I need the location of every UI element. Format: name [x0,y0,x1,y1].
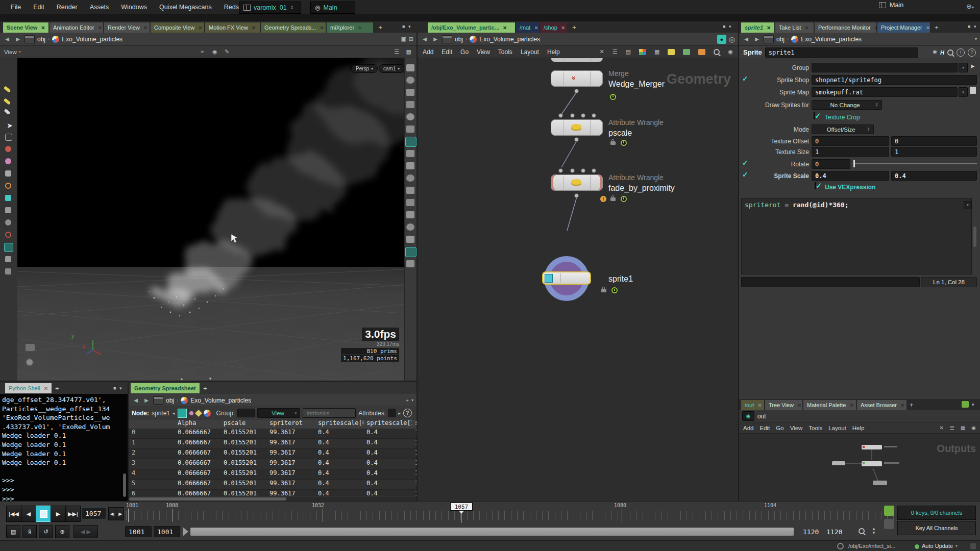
tree-icon[interactable]: ☰ [950,425,954,431]
background-image-icon[interactable] [683,49,690,55]
forward-icon[interactable]: ▶ [142,396,151,405]
draw-sprites-dropdown[interactable]: No Change⇕ [812,100,882,110]
viewport[interactable]: y x Persp▾ cam1▾ 3.0fps 329.17ms 810 pri… [17,58,404,381]
warning-badge-icon[interactable]: ! [600,196,606,202]
node-name-label[interactable]: sprite1 [608,274,633,284]
new-tab-button[interactable]: + [570,22,579,33]
new-tab-button[interactable]: + [55,385,59,392]
display-opt-icon[interactable] [406,113,414,120]
key-all-channels-button[interactable]: Key All Channels [897,521,976,535]
back-icon[interactable]: ◀ [3,35,11,43]
out-node[interactable] [873,481,887,485]
hscrollbar-track[interactable] [129,497,416,501]
lasso-icon[interactable]: ✎ [225,48,229,55]
tab-python-shell[interactable]: Python Shell✕ [5,383,52,393]
vertical-splitter[interactable] [416,33,418,501]
persp-badge[interactable]: Persp▾ [351,64,378,73]
close-icon[interactable]: ✕ [252,25,256,31]
horizontal-splitter[interactable] [0,381,416,382]
sprite-flag-chip[interactable] [545,274,553,283]
table-row[interactable]: 60.06666670.015520199.36170.40.41 [129,490,416,496]
out-menu-layout[interactable]: Layout [828,425,846,431]
wrench-icon[interactable]: ✕ [599,48,604,55]
points-icon[interactable] [189,411,193,415]
update-mode-label[interactable]: Auto Update [922,543,953,549]
input-connector[interactable] [592,113,596,118]
clock-badge-icon[interactable] [621,196,627,202]
out-menu-edit[interactable]: Edit [760,425,770,431]
grid-icon[interactable]: ▦ [654,48,659,55]
display-opt-icon[interactable] [406,199,414,206]
cam-badge[interactable]: cam1▾ [379,64,404,73]
nudge-arrows-icon[interactable]: ▲▼ [872,527,876,535]
detail-icon[interactable] [204,410,211,417]
breadcrumb-root[interactable]: obj [455,36,463,43]
pane-menu-icon[interactable]: ■ ▾ [968,24,977,29]
pane-menu-icon[interactable]: ■ ▾ [113,386,122,391]
col-header[interactable]: s [412,419,416,427]
group-filter-field[interactable] [237,409,255,417]
display-opt-icon[interactable] [406,223,414,231]
table-row[interactable]: 10.06666670.015520199.36170.40.41 [129,439,416,449]
rotate-field[interactable]: 0 [812,159,850,169]
intrinsics-dropdown[interactable]: Intrinsics [303,408,356,418]
close-icon[interactable]: ✕ [849,403,853,408]
keyframe-options-icon[interactable]: ▤ [6,525,20,538]
gear-icon[interactable]: ✱ [933,49,937,56]
menu-render[interactable]: Render [51,0,83,14]
table-row[interactable]: 50.06666670.015520199.36170.40.41 [129,480,416,490]
node-wedge-merger[interactable]: » [551,70,603,87]
close-icon[interactable]: ✕ [797,403,801,408]
tab-performance-monitor[interactable]: Performance Monitor✕ [815,22,877,33]
breadcrumb-root[interactable]: obj [166,397,174,404]
net-menu-add[interactable]: Add [423,48,433,56]
display-opt-icon[interactable] [406,236,414,243]
pin-icon[interactable]: + [406,397,409,404]
menu-edit[interactable]: Edit [28,0,50,14]
close-icon[interactable]: ✕ [320,25,324,31]
menu-file[interactable]: File [5,0,27,14]
node-fade-by-proximity[interactable] [551,174,603,191]
out-menu-help[interactable]: Help [852,425,865,431]
menu-quixel[interactable]: Quixel Megascans [154,0,217,14]
out-menu-go[interactable]: Go [776,425,783,431]
pane-menu-icon[interactable]: ■ ▾ [723,24,732,29]
display-opt-icon[interactable] [406,150,414,157]
input-connector[interactable] [558,113,563,118]
search-icon[interactable] [947,49,953,56]
range-end-field[interactable]: 1120 [823,526,845,537]
tab-out[interactable]: /out✕ [741,400,765,410]
pick-arrow-icon[interactable]: ➤ [970,63,975,70]
add-session-icon[interactable]: ⊕▾ [966,3,974,10]
out-node[interactable] [862,461,882,466]
vertical-splitter[interactable] [738,22,739,501]
col-header[interactable]: spriterot [266,419,315,427]
eye-icon[interactable]: ◉ [971,425,976,431]
code-scrollbar[interactable] [973,227,976,247]
user-icon[interactable]: ● [717,35,726,44]
close-icon[interactable]: ✕ [561,25,565,31]
wrench-icon[interactable]: ✕ [939,425,943,431]
close-icon[interactable]: ✕ [767,25,771,31]
out-node[interactable] [862,445,882,449]
back-icon[interactable]: ◀ [132,396,140,405]
close-icon[interactable]: ✕ [358,25,362,31]
tab-tree-view[interactable]: Tree View✕ [765,400,803,410]
input-connector[interactable] [581,113,585,118]
close-icon[interactable]: ✕ [534,25,538,31]
range-handle-left[interactable] [183,527,188,536]
pose-tool-icon[interactable] [5,207,11,213]
code-expand-dropdown[interactable]: ▾ [964,201,972,209]
texture-size-y-field[interactable]: 1 [891,147,977,157]
close-icon[interactable]: ✕ [98,25,102,31]
realtime-toggle-icon[interactable]: ⊕ [55,525,69,538]
desktop-selector[interactable]: varomix_01 ⇕ [239,2,301,14]
breadcrumb-node[interactable]: Exo_Volume_particles [801,36,862,43]
select-arrow-icon[interactable]: ➤ [5,120,15,131]
close-icon[interactable]: ✕ [900,403,904,408]
pane-menu-icon[interactable]: ▾ [972,402,975,407]
tab-take-list[interactable]: Take List✕ [775,22,814,33]
out-menu-add[interactable]: Add [743,425,753,431]
python-shell-output[interactable]: dge_offset_28.347477.v01', Particles__we… [0,394,128,501]
eye-icon[interactable]: ◉ [742,411,754,421]
